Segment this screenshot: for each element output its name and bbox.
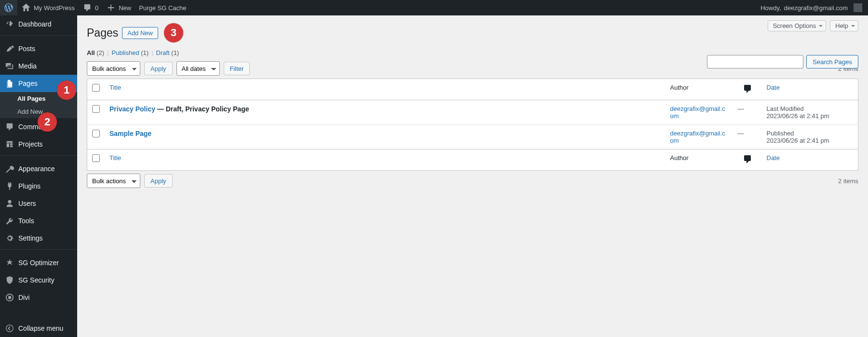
annotation-1: 1 — [57, 81, 76, 100]
comments-link[interactable]: 0 — [79, 0, 102, 15]
row-checkbox[interactable] — [92, 130, 100, 137]
wp-logo[interactable] — [0, 0, 17, 15]
pages-table: Title Author Date Privacy Policy — Draft… — [87, 79, 858, 171]
sg-optimizer-icon — [5, 258, 14, 268]
menu-pages-label: Pages — [18, 80, 38, 87]
my-account-link[interactable]: Howdy, deezgrafix@gmail.com — [757, 0, 868, 15]
select-all-top[interactable] — [92, 84, 100, 92]
col-comments-header[interactable] — [733, 79, 762, 100]
pin-icon — [5, 44, 14, 54]
menu-divi-label: Divi — [18, 294, 29, 301]
page-title: Pages — [87, 27, 118, 40]
tools-icon — [5, 216, 14, 226]
menu-divi[interactable]: Divi — [0, 289, 77, 306]
filter-draft-count: (1) — [171, 49, 179, 56]
menu-tools[interactable]: Tools — [0, 212, 77, 229]
menu-settings[interactable]: Settings — [0, 229, 77, 247]
row-author-link[interactable]: deezgrafix@gmail.com — [670, 105, 725, 120]
menu-users[interactable]: Users — [0, 195, 77, 212]
menu-appearance[interactable]: Appearance — [0, 160, 77, 177]
col-title-header[interactable]: Title — [105, 79, 665, 100]
menu-sg-optimizer[interactable]: SG Optimizer — [0, 254, 77, 271]
howdy-user: deezgrafix@gmail.com — [784, 4, 848, 12]
dates-select[interactable]: All dates — [176, 61, 220, 76]
menu-separator — [0, 35, 77, 38]
filter-draft[interactable]: Draft — [156, 49, 172, 56]
settings-icon — [5, 233, 14, 243]
menu-separator — [0, 249, 77, 252]
collapse-menu[interactable]: Collapse menu — [0, 320, 77, 337]
comment-icon — [82, 3, 92, 13]
comments-menu-icon — [5, 122, 14, 132]
col-date-header[interactable]: Date — [762, 79, 858, 100]
users-icon — [5, 199, 14, 208]
menu-sg-security-label: SG Security — [18, 276, 54, 284]
menu-posts[interactable]: Posts — [0, 40, 77, 57]
menu-sg-security[interactable]: SG Security — [0, 271, 77, 289]
tablenav-bottom: Bulk actions Apply 2 items — [87, 174, 858, 188]
collapse-icon — [5, 324, 14, 333]
main-content: Screen Options Help Pages Add New 3 All … — [77, 15, 868, 337]
plus-icon — [106, 3, 116, 13]
search-button[interactable]: Search Pages — [806, 55, 858, 68]
row-post-state: — Draft, Privacy Policy Page — [155, 105, 249, 113]
filter-published[interactable]: Published — [112, 49, 141, 56]
row-checkbox[interactable] — [92, 105, 100, 113]
filter-all-count: (2) — [96, 49, 104, 56]
bulk-actions-select-bottom[interactable]: Bulk actions — [87, 174, 140, 188]
site-name-link[interactable]: My WordPress — [17, 0, 79, 15]
col-author-header: Author — [665, 79, 733, 100]
col-author-footer: Author — [665, 149, 733, 171]
media-icon — [5, 61, 14, 71]
bulk-apply-bottom[interactable]: Apply — [144, 174, 173, 188]
row-date-value: 2023/06/26 at 2:41 pm — [767, 112, 854, 120]
filter-button[interactable]: Filter — [224, 62, 250, 75]
separator: | — [107, 49, 108, 56]
menu-dashboard[interactable]: Dashboard — [0, 15, 77, 33]
col-title-footer[interactable]: Title — [105, 149, 665, 171]
menu-sg-optimizer-label: SG Optimizer — [18, 259, 59, 267]
row-comments: — — [733, 125, 762, 149]
menu-plugins[interactable]: Plugins — [0, 177, 77, 195]
page-icon — [5, 79, 14, 88]
menu-media-label: Media — [18, 62, 37, 70]
sg-security-icon — [5, 275, 14, 285]
table-row: Privacy Policy — Draft, Privacy Policy P… — [87, 100, 858, 125]
bulk-actions-select-top[interactable]: Bulk actions — [87, 61, 140, 76]
plugins-icon — [5, 181, 14, 191]
new-content-link[interactable]: New — [102, 0, 135, 15]
filter-published-count: (1) — [141, 49, 149, 56]
row-title-link[interactable]: Sample Page — [109, 130, 151, 137]
comments-count: 0 — [95, 4, 98, 12]
search-input[interactable] — [707, 55, 803, 68]
row-author-link[interactable]: deezgrafix@gmail.com — [670, 130, 725, 144]
row-date-value: 2023/06/26 at 2:41 pm — [767, 137, 854, 144]
site-name-text: My WordPress — [34, 4, 75, 12]
row-title-link[interactable]: Privacy Policy — [109, 105, 155, 113]
submenu-add-new[interactable]: Add New — [0, 105, 77, 118]
col-comments-footer[interactable] — [733, 149, 762, 171]
projects-icon — [5, 139, 14, 149]
admin-bar: My WordPress 0 New Purge SG Cache Howdy,… — [0, 0, 868, 15]
annotation-2: 2 — [38, 112, 57, 132]
add-new-button[interactable]: Add New — [122, 27, 158, 39]
new-content-text: New — [119, 4, 131, 12]
comment-bubble-icon — [743, 88, 752, 95]
divi-icon — [5, 293, 14, 302]
col-date-footer[interactable]: Date — [762, 149, 858, 171]
menu-settings-label: Settings — [18, 234, 43, 242]
howdy-prefix: Howdy, — [760, 4, 781, 12]
purge-cache-link[interactable]: Purge SG Cache — [135, 0, 190, 15]
comment-bubble-icon — [743, 158, 752, 165]
filter-all[interactable]: All — [87, 49, 96, 56]
menu-separator — [0, 155, 77, 158]
menu-tools-label: Tools — [18, 217, 34, 225]
menu-media[interactable]: Media — [0, 57, 77, 75]
menu-projects[interactable]: Projects — [0, 135, 77, 153]
select-all-bottom[interactable] — [92, 154, 100, 162]
items-count-bottom: 2 items — [838, 177, 858, 185]
table-row: Sample Page deezgrafix@gmail.com — Publi… — [87, 125, 858, 149]
bulk-apply-top[interactable]: Apply — [144, 62, 173, 75]
menu-posts-label: Posts — [18, 45, 35, 53]
menu-dashboard-label: Dashboard — [18, 20, 52, 28]
